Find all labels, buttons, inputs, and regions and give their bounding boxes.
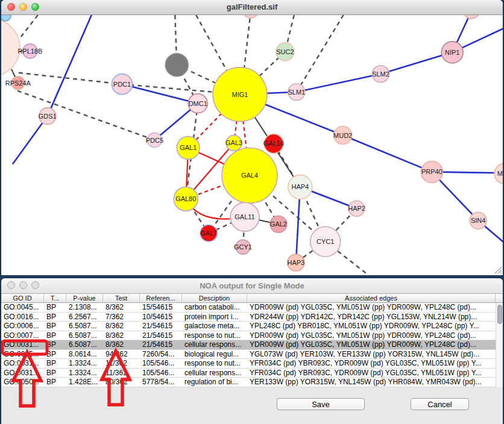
table-row-selected[interactable]: GO:0031...BP6.5087...8/36221/54615cellul… [1, 340, 496, 350]
network-canvas[interactable]: RPL18BRPS24AGDS1PDC1PDC5SUC2NIP1SLM2SLM1… [1, 15, 503, 275]
network-node-gal80[interactable]: GAL80 [174, 187, 198, 211]
node-label: HAP4 [291, 183, 309, 190]
table-cell: 8.0614... [66, 350, 103, 359]
table-cell: 8/362 [103, 331, 140, 340]
network-node-slm1[interactable]: SLM1 [288, 84, 306, 101]
network-node-top-pink-node-2[interactable] [464, 15, 479, 19]
table-cell: GO:0050... [1, 378, 44, 387]
column-header-desciption[interactable]: Desciption [182, 294, 247, 302]
network-window: galFiltered.sif RPL18BRPS24AGDS1PDC1PDC5… [1, 0, 503, 275]
node-label: NIP1 [445, 49, 459, 56]
column-header-t[interactable]: T... [44, 294, 66, 302]
network-node-gal2[interactable]: GAL2 [270, 216, 287, 232]
network-node-rpl18b[interactable]: RPL18B [17, 44, 42, 58]
table-row[interactable]: GO:0031...BP1.3324...11/362105/546...res… [1, 359, 496, 369]
network-node-prp40[interactable]: PRP40 [421, 161, 443, 182]
network-node-suc2[interactable]: SUC2 [276, 43, 294, 61]
node-circle[interactable] [244, 15, 258, 18]
table-cell: BP [44, 313, 66, 322]
column-header-go-id[interactable]: GO ID [1, 294, 44, 302]
table-cell: GO:0065... [1, 350, 44, 359]
zoom-button[interactable] [31, 3, 39, 11]
table-row[interactable]: GO:0007...BP6.5087...8/36221/54615respon… [1, 331, 496, 341]
table-row[interactable]: GO:0016...BP6.2567...7/36210/54615protei… [1, 313, 496, 322]
network-node-mud2[interactable]: MUD2 [333, 126, 352, 145]
network-node-gray-node[interactable] [165, 54, 188, 76]
network-window-titlebar[interactable]: galFiltered.sif [1, 0, 503, 15]
table-cell: YDR009W (pd) YGL035C, YML051W (pp) YDR00… [247, 303, 496, 312]
node-circle[interactable] [165, 54, 188, 76]
table-row[interactable]: GO:0006...BP6.5087...8/36221/54615galact… [1, 322, 496, 331]
network-edge [297, 74, 381, 92]
table-cell: response to nut... [182, 359, 247, 368]
scrollbar-thumb[interactable] [497, 305, 502, 324]
network-node-top-pink-node-1[interactable] [244, 15, 258, 18]
node-label: SLM1 [288, 89, 306, 96]
table-cell: BP [44, 303, 66, 312]
network-node-gal11[interactable]: GAL11 [230, 202, 259, 231]
network-node-gal7[interactable]: GAL7 [200, 225, 217, 242]
column-header-p-value[interactable]: P-value [66, 294, 103, 302]
node-label: PDC5 [146, 137, 163, 144]
minimize-button[interactable] [19, 281, 27, 289]
node-circle[interactable] [464, 15, 479, 19]
network-node-pdc1[interactable]: PDC1 [112, 74, 133, 95]
zoom-button[interactable] [31, 281, 39, 289]
column-header-test[interactable]: Test [103, 294, 140, 302]
close-button[interactable] [7, 3, 15, 11]
node-label: MUD2 [333, 132, 352, 139]
network-window-title: galFiltered.sif [1, 0, 503, 14]
node-circle[interactable] [1, 15, 11, 21]
cancel-button[interactable]: Cancel [411, 398, 469, 410]
network-node-nip1[interactable]: NIP1 [441, 42, 463, 63]
network-node-sin4[interactable]: SIN4 [470, 212, 487, 229]
nodes-layer: RPL18BRPS24AGDS1PDC1PDC5SUC2NIP1SLM2SLM1… [1, 15, 503, 271]
network-node-gal3[interactable]: GAL3 [225, 136, 242, 151]
node-label: GAL7 [200, 229, 217, 237]
network-node-hub-node[interactable] [1, 19, 20, 76]
network-node-gcy1[interactable]: GCY1 [234, 240, 252, 254]
table-header: GO IDT...P-valueTestReferen...Desciption… [1, 294, 503, 303]
network-edge [122, 84, 198, 104]
table-cell: 6.2567... [66, 313, 103, 322]
network-node-msn[interactable]: MSN [494, 163, 503, 184]
noa-window-titlebar[interactable]: NOA output for Single Mode [1, 278, 503, 294]
close-button[interactable] [7, 281, 15, 289]
network-node-gal10[interactable]: GAL10 [263, 134, 284, 154]
resize-grip-icon[interactable] [495, 267, 502, 273]
network-node-rps24a[interactable]: RPS24A [5, 76, 31, 90]
network-node-gal1[interactable]: GAL1 [177, 137, 200, 160]
table-cell: 7260/54... [140, 350, 182, 359]
table-cell: 1.3324... [66, 369, 103, 378]
network-node-hap4[interactable]: HAP4 [288, 175, 312, 199]
table-row[interactable]: GO:0045...BP2.1308...8/36215/54615carbon… [1, 303, 496, 313]
network-node-hap3[interactable]: HAP3 [288, 254, 305, 271]
table-row[interactable]: GO:0050...BP1.428E...80/3625778/54...reg… [1, 378, 496, 387]
column-header-associated-edges[interactable]: Associated edges [247, 294, 496, 302]
node-label: GDS1 [39, 113, 57, 120]
network-node-dmc1[interactable]: DMC1 [188, 94, 207, 113]
table-row[interactable]: GO:0031...BP1.3324...11/362105/546...cel… [1, 369, 496, 378]
network-node-gds1[interactable]: GDS1 [39, 108, 57, 125]
network-node-cyc1[interactable]: CYC1 [310, 226, 341, 257]
table-cell: BP [44, 322, 66, 331]
network-node-top-blue-node[interactable] [1, 15, 11, 21]
node-label: HAP3 [288, 259, 305, 266]
vertical-scrollbar[interactable] [496, 303, 503, 387]
table-row[interactable]: GO:0065...BP8.0614...94/3627260/54...bio… [1, 350, 496, 360]
table-cell: 80/362 [103, 378, 140, 387]
column-header-referen[interactable]: Referen... [140, 294, 182, 302]
network-node-mig1[interactable]: MIG1 [213, 67, 267, 122]
network-node-gal4[interactable]: GAL4 [222, 148, 277, 203]
node-label: PDC1 [113, 81, 131, 88]
table-cell: YER133W (pp) YOR315W, YNL145W (pd) YHR08… [247, 378, 496, 387]
minimize-button[interactable] [19, 3, 27, 11]
node-label: GAL3 [225, 139, 242, 146]
save-button[interactable]: Save [277, 398, 365, 410]
network-edge [21, 15, 38, 37]
network-node-hap2[interactable]: HAP2 [348, 201, 365, 216]
node-label: SUC2 [276, 48, 294, 55]
network-node-slm2[interactable]: SLM2 [372, 66, 389, 83]
window-controls [7, 3, 39, 11]
node-circle[interactable] [1, 19, 20, 76]
